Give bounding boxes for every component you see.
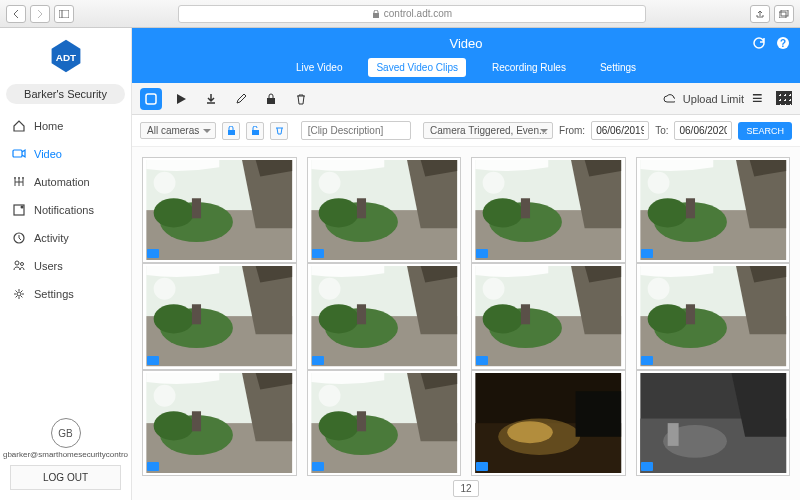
to-date-input[interactable]: [674, 121, 732, 140]
svg-text:ADT: ADT: [55, 52, 75, 63]
play-button[interactable]: [170, 88, 192, 110]
video-icon: [12, 147, 26, 161]
tab-settings[interactable]: Settings: [592, 58, 644, 77]
svg-point-102: [318, 385, 340, 407]
svg-rect-101: [356, 411, 365, 431]
protected-filter-button[interactable]: [222, 122, 240, 140]
filter-bar: All cameras Camera Triggered, Even... Fr…: [132, 115, 800, 147]
svg-rect-20: [267, 98, 275, 104]
sidebar-item-settings[interactable]: Settings: [0, 280, 131, 308]
svg-rect-21: [228, 130, 235, 135]
video-clip[interactable]: [471, 370, 626, 476]
svg-point-28: [154, 198, 194, 227]
main-panel: Video ? Live VideoSaved Video ClipsRecor…: [132, 28, 800, 500]
tab-saved-video-clips[interactable]: Saved Video Clips: [368, 58, 466, 77]
svg-point-86: [647, 278, 669, 300]
edit-button[interactable]: [230, 88, 252, 110]
address-bar[interactable]: control.adt.com: [178, 5, 646, 23]
video-clip[interactable]: [307, 263, 462, 369]
camera-badge-icon: [147, 462, 159, 471]
sidebar: ADT Barker's Security HomeVideoAutomatio…: [0, 28, 132, 500]
settings-icon: [12, 287, 26, 301]
sidebar-item-users[interactable]: Users: [0, 252, 131, 280]
clip-toolbar: Upload Limit: [132, 83, 800, 115]
sidebar-item-notifications[interactable]: Notifications: [0, 196, 131, 224]
svg-point-100: [318, 411, 358, 440]
share-button[interactable]: [750, 5, 770, 23]
select-mode-button[interactable]: [140, 88, 162, 110]
tabs-button[interactable]: [774, 5, 794, 23]
refresh-icon[interactable]: [752, 36, 766, 50]
page-number[interactable]: 12: [453, 480, 478, 497]
video-clip[interactable]: [636, 157, 791, 263]
sidebar-item-home[interactable]: Home: [0, 112, 131, 140]
camera-badge-icon: [641, 356, 653, 365]
adt-logo: ADT: [48, 38, 84, 74]
account-name[interactable]: Barker's Security: [6, 84, 125, 104]
automation-icon: [12, 175, 26, 189]
camera-badge-icon: [641, 249, 653, 258]
nav-forward-button[interactable]: [30, 5, 50, 23]
header-tabs: Live VideoSaved Video ClipsRecording Rul…: [132, 58, 800, 83]
video-clip[interactable]: [471, 157, 626, 263]
video-clip[interactable]: [471, 263, 626, 369]
svg-point-84: [647, 305, 687, 334]
deleted-filter-button[interactable]: [270, 122, 288, 140]
video-clip[interactable]: [142, 370, 297, 476]
nav-back-button[interactable]: [6, 5, 26, 23]
svg-point-38: [318, 172, 340, 194]
svg-rect-53: [685, 198, 694, 218]
from-date-input[interactable]: [591, 121, 649, 140]
sidebar-item-activity[interactable]: Activity: [0, 224, 131, 252]
lock-button[interactable]: [260, 88, 282, 110]
tab-recording-rules[interactable]: Recording Rules: [484, 58, 574, 77]
svg-rect-3: [779, 12, 786, 18]
description-filter-input[interactable]: [301, 121, 411, 140]
video-clip[interactable]: [142, 263, 297, 369]
camera-badge-icon: [312, 249, 324, 258]
delete-button[interactable]: [290, 88, 312, 110]
svg-point-78: [483, 278, 505, 300]
trigger-filter-dropdown[interactable]: Camera Triggered, Even...: [423, 122, 553, 139]
svg-rect-19: [146, 94, 156, 104]
logout-button[interactable]: LOG OUT: [10, 465, 121, 490]
svg-point-36: [318, 198, 358, 227]
avatar[interactable]: GB: [51, 418, 81, 448]
svg-point-12: [21, 206, 24, 209]
svg-point-30: [154, 172, 176, 194]
help-icon[interactable]: ?: [776, 36, 790, 50]
cloud-icon: [663, 93, 675, 105]
video-clip[interactable]: [636, 263, 791, 369]
video-clip[interactable]: [307, 157, 462, 263]
sidebar-toggle-button[interactable]: [54, 5, 74, 23]
svg-point-54: [647, 172, 669, 194]
upload-limit-label[interactable]: Upload Limit: [683, 93, 744, 105]
page-header: Video ? Live VideoSaved Video ClipsRecor…: [132, 28, 800, 83]
download-button[interactable]: [200, 88, 222, 110]
svg-rect-2: [373, 13, 379, 18]
camera-badge-icon: [147, 356, 159, 365]
activity-icon: [12, 231, 26, 245]
svg-point-10: [22, 177, 24, 179]
svg-rect-93: [192, 411, 201, 431]
to-label: To:: [655, 125, 668, 136]
list-view-button[interactable]: [752, 91, 772, 107]
svg-rect-85: [685, 305, 694, 325]
browser-chrome: control.adt.com: [0, 0, 800, 28]
sidebar-item-automation[interactable]: Automation: [0, 168, 131, 196]
video-clip[interactable]: [307, 370, 462, 476]
video-clip[interactable]: [636, 370, 791, 476]
grid-view-button[interactable]: [776, 91, 792, 105]
camera-filter-dropdown[interactable]: All cameras: [140, 122, 216, 139]
search-button[interactable]: SEARCH: [738, 122, 792, 140]
svg-rect-29: [192, 198, 201, 218]
tab-live-video[interactable]: Live Video: [288, 58, 351, 77]
svg-point-46: [483, 172, 505, 194]
unprotected-filter-button[interactable]: [246, 122, 264, 140]
svg-point-70: [318, 278, 340, 300]
sidebar-item-video[interactable]: Video: [0, 140, 131, 168]
svg-rect-69: [356, 305, 365, 325]
svg-point-15: [21, 263, 24, 266]
page-title: Video: [449, 36, 482, 51]
video-clip[interactable]: [142, 157, 297, 263]
